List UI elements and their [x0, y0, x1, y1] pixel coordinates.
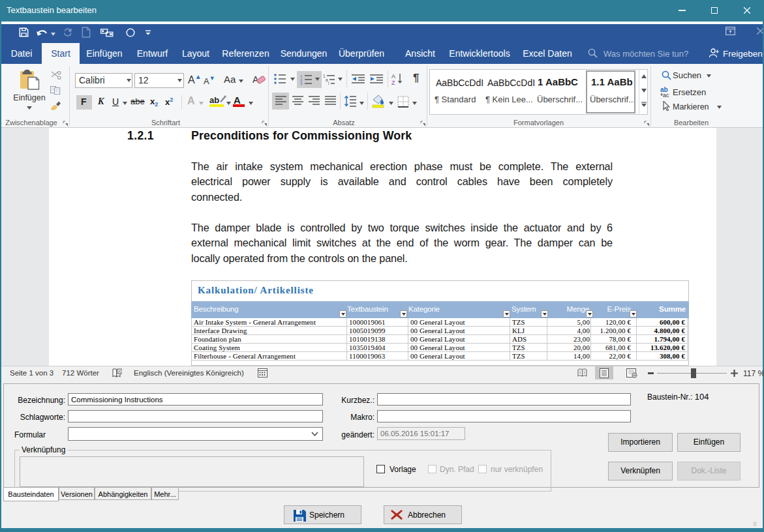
- svg-text:ac: ac: [663, 92, 669, 97]
- svg-text:Z: Z: [391, 80, 395, 85]
- svg-text:A: A: [391, 73, 395, 80]
- svg-text:i: i: [328, 81, 329, 85]
- svg-text:3: 3: [300, 81, 303, 85]
